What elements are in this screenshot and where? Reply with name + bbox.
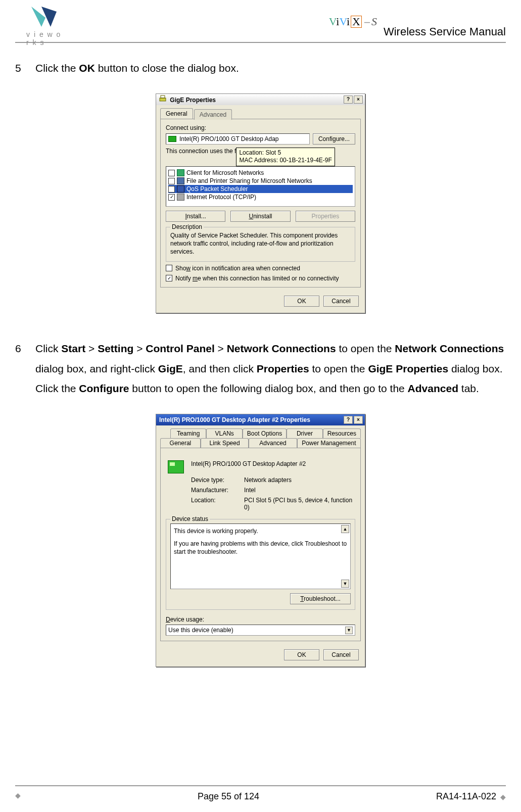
scroll-down-icon[interactable]: ▼ (341, 580, 349, 588)
step-text: Click the OK button to close the dialog … (35, 58, 506, 78)
qos-icon (177, 185, 184, 193)
tab-power-mgmt[interactable]: Power Management (297, 438, 361, 448)
cancel-button[interactable]: Cancel (323, 649, 359, 660)
step-6: 6 Click Start > Setting > Control Panel … (15, 339, 506, 399)
tab-general[interactable]: General (160, 438, 201, 448)
nic-icon (168, 136, 176, 142)
client-icon (177, 169, 184, 176)
step-number: 5 (15, 58, 35, 78)
chevron-down-icon[interactable]: ▼ (345, 627, 353, 634)
location-value: PCI Slot 5 (PCI bus 5, device 4, functio… (244, 497, 355, 511)
vieworks-logo-icon (26, 3, 62, 33)
dialog-title: Intel(R) PRO/1000 GT Desktop Adapter #2 … (159, 416, 310, 423)
components-list[interactable]: Client for Microsoft Networks File and P… (166, 166, 355, 207)
devtype-value: Network adapters (244, 476, 355, 484)
doc-number: RA14-11A-022 (436, 791, 496, 802)
manufacturer-value: Intel (244, 487, 355, 494)
uses-label: This connection uses the f (166, 148, 236, 155)
checkbox[interactable] (168, 178, 175, 184)
help-button[interactable]: ? (344, 95, 353, 104)
list-item[interactable]: Internet Protocol (TCP/IP) (168, 193, 353, 201)
install-button[interactable]: IInstall...nstall... (166, 211, 225, 222)
tab-boot-options[interactable]: Boot Options (243, 428, 287, 438)
page-number: Page 55 of 124 (198, 791, 259, 802)
close-button[interactable]: × (354, 416, 363, 424)
tab-link-speed[interactable]: Link Speed (201, 438, 249, 448)
tab-vlans[interactable]: VLANs (206, 428, 242, 438)
device-status-group: Device status This device is working pro… (166, 519, 355, 610)
location-label: Location: (191, 497, 239, 511)
connect-using-label: Connect using: (166, 124, 355, 131)
tab-advanced[interactable]: Advanced (249, 438, 297, 448)
adapter-properties-dialog: Intel(R) PRO/1000 GT Desktop Adapter #2 … (156, 414, 365, 667)
tab-content: Intel(R) PRO/1000 GT Desktop Adapter #2 … (160, 448, 361, 641)
gige-properties-dialog: GigE Properties ? × General Advanced Con… (156, 93, 365, 313)
help-button[interactable]: ? (344, 416, 353, 424)
dialog-icon (159, 95, 166, 102)
list-item[interactable]: File and Printer Sharing for Microsoft N… (168, 177, 353, 185)
page-header: v i e w o r k s ViViX–S Wireless Service… (15, 0, 506, 43)
tab-resources[interactable]: Resources (323, 428, 361, 438)
adapter-tooltip: Location: Slot 5 MAC Address: 00-1B-21-1… (236, 148, 335, 166)
notify-row[interactable]: Notify me when this connection has limit… (166, 275, 355, 282)
svg-rect-1 (161, 95, 165, 98)
device-usage-label: Device usage: (166, 616, 355, 623)
device-usage-select[interactable]: Use this device (enable) ▼ (166, 625, 355, 636)
figure-2: Intel(R) PRO/1000 GT Desktop Adapter #2 … (15, 414, 506, 667)
brand-name: v i e w o r k s (26, 30, 62, 46)
tabs: Teaming VLANs Boot Options Driver Resour… (160, 428, 361, 448)
diamond-icon: ◆ (500, 793, 506, 801)
title-left: GigE Properties (159, 95, 216, 104)
ok-button[interactable]: OK (284, 649, 319, 660)
list-item[interactable]: Client for Microsoft Networks (168, 169, 353, 177)
product-logo: ViViX–S (329, 15, 377, 28)
checkbox[interactable] (168, 170, 175, 176)
content: 5 Click the OK button to close the dialo… (0, 43, 521, 667)
checkbox-checked[interactable] (168, 194, 175, 201)
close-button[interactable]: × (354, 95, 363, 104)
devtype-label: Device type: (191, 476, 239, 484)
ok-button[interactable]: OK (284, 296, 319, 307)
tabs: General Advanced (160, 108, 361, 119)
figure-1: GigE Properties ? × General Advanced Con… (15, 93, 506, 313)
tab-general[interactable]: General (160, 108, 193, 119)
tab-advanced[interactable]: Advanced (194, 109, 232, 120)
cancel-button[interactable]: Cancel (323, 296, 359, 307)
step-5: 5 Click the OK button to close the dialo… (15, 58, 506, 78)
troubleshoot-button[interactable]: Troubleshoot... (290, 593, 351, 604)
description-group: Description Quality of Service Packet Sc… (166, 227, 355, 262)
uninstall-button[interactable]: Uninstall (230, 211, 290, 222)
brand-logo: v i e w o r k s (26, 3, 62, 35)
device-status-title: Device status (170, 515, 210, 522)
step-number: 6 (15, 339, 35, 399)
diamond-icon: ◆ (15, 791, 21, 802)
scroll-up-icon[interactable]: ▲ (341, 525, 349, 533)
description-text: Quality of Service Packet Scheduler. Thi… (170, 231, 351, 256)
doc-title: Wireless Service Manual (384, 25, 506, 38)
page-footer: ◆ Page 55 of 124 RA14-11A-022 ◆ (15, 785, 506, 802)
fileprint-icon (177, 177, 184, 184)
titlebar: Intel(R) PRO/1000 GT Desktop Adapter #2 … (156, 414, 365, 425)
step-text: Click Start > Setting > Control Panel > … (35, 339, 506, 399)
checkbox[interactable] (168, 186, 175, 193)
checkbox-checked[interactable] (166, 275, 172, 281)
properties-button[interactable]: Properties (296, 211, 355, 222)
nic-icon (168, 460, 184, 473)
status-textarea: This device is working properly. If you … (170, 523, 351, 589)
list-item-selected[interactable]: QoS Packet Scheduler (168, 185, 353, 193)
manufacturer-label: Manufacturer: (191, 487, 239, 494)
svg-rect-0 (160, 98, 166, 101)
adapter-field: Intel(R) PRO/1000 GT Desktop Adap (166, 133, 310, 145)
tcpip-icon (177, 194, 184, 201)
tab-driver[interactable]: Driver (287, 428, 322, 438)
tab-teaming[interactable]: Teaming (170, 428, 206, 438)
checkbox[interactable] (166, 265, 172, 271)
show-icon-row[interactable]: Show icon in notification area when conn… (166, 265, 355, 272)
configure-button[interactable]: Configure... (313, 133, 355, 145)
description-title: Description (170, 223, 204, 230)
titlebar: GigE Properties ? × (156, 94, 365, 105)
tab-content: Connect using: Intel(R) PRO/1000 GT Desk… (160, 119, 361, 288)
adapter-name: Intel(R) PRO/1000 GT Desktop Adapter #2 (191, 460, 355, 467)
